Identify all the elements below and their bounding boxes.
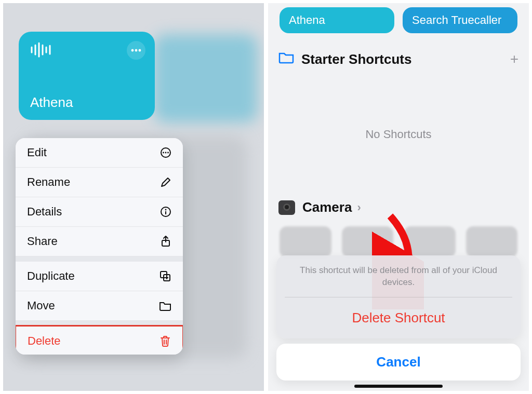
right-screenshot: Athena Search Truecaller Starter Shortcu…: [266, 3, 529, 391]
info-circle-icon: [160, 206, 171, 218]
shortcut-card-title: Athena: [30, 94, 73, 111]
shortcut-card-athena[interactable]: Athena: [19, 32, 155, 120]
shortcut-tile-truecaller[interactable]: Search Truecaller: [403, 7, 517, 33]
home-indicator: [354, 385, 443, 388]
menu-item-label: Share: [27, 235, 58, 248]
menu-item-move[interactable]: Move: [16, 291, 183, 321]
chevron-right-icon: ›: [357, 201, 361, 214]
menu-item-edit[interactable]: Edit: [16, 138, 183, 168]
soundwave-icon: [30, 42, 53, 60]
menu-separator: [16, 256, 183, 262]
svg-point-10: [163, 152, 164, 154]
left-screenshot: Athena Edit Rename Details: [3, 3, 266, 391]
share-icon: [160, 235, 171, 248]
context-menu: Edit Rename Details Share: [16, 138, 183, 355]
menu-item-label: Move: [27, 299, 55, 313]
svg-point-14: [165, 209, 167, 211]
menu-item-rename[interactable]: Rename: [16, 168, 183, 197]
folder-header-starter-shortcuts[interactable]: Starter Shortcuts +: [278, 51, 518, 67]
svg-point-11: [165, 152, 167, 154]
delete-shortcut-button[interactable]: Delete Shortcut: [285, 297, 512, 338]
blurred-card: [154, 34, 258, 123]
menu-item-share[interactable]: Share: [16, 227, 183, 256]
cancel-button[interactable]: Cancel: [276, 344, 521, 381]
pencil-icon: [160, 176, 171, 188]
svg-point-7: [135, 49, 138, 52]
svg-point-8: [139, 49, 141, 52]
tile-label: Athena: [289, 13, 325, 27]
shortcut-tile-athena[interactable]: Athena: [280, 7, 394, 33]
tile-label: Search Truecaller: [412, 13, 501, 27]
more-options-button[interactable]: [127, 41, 145, 60]
add-shortcut-button[interactable]: +: [510, 51, 518, 67]
ellipsis-circle-icon: [160, 147, 171, 158]
menu-item-label: Delete: [28, 334, 61, 348]
svg-point-6: [131, 49, 134, 52]
svg-rect-15: [165, 211, 166, 214]
section-title: Camera: [302, 199, 352, 215]
trash-icon: [159, 335, 171, 347]
menu-item-delete[interactable]: Delete: [16, 325, 183, 355]
menu-item-duplicate[interactable]: Duplicate: [16, 262, 183, 291]
folder-header-camera[interactable]: Camera ›: [278, 199, 518, 215]
folder-icon: [278, 51, 294, 67]
section-title: Starter Shortcuts: [301, 51, 411, 67]
svg-point-12: [167, 152, 169, 154]
menu-item-details[interactable]: Details: [16, 197, 183, 227]
folder-icon: [159, 301, 171, 311]
action-sheet: This shortcut will be deleted from all o…: [276, 255, 521, 381]
menu-item-label: Edit: [27, 146, 47, 159]
action-sheet-message: This shortcut will be deleted from all o…: [285, 265, 512, 297]
menu-item-label: Duplicate: [27, 269, 75, 283]
empty-state-text: No Shortcuts: [268, 128, 529, 141]
menu-item-label: Rename: [27, 175, 70, 189]
duplicate-icon: [159, 270, 171, 282]
menu-item-label: Details: [27, 205, 62, 219]
camera-icon: [278, 200, 295, 215]
